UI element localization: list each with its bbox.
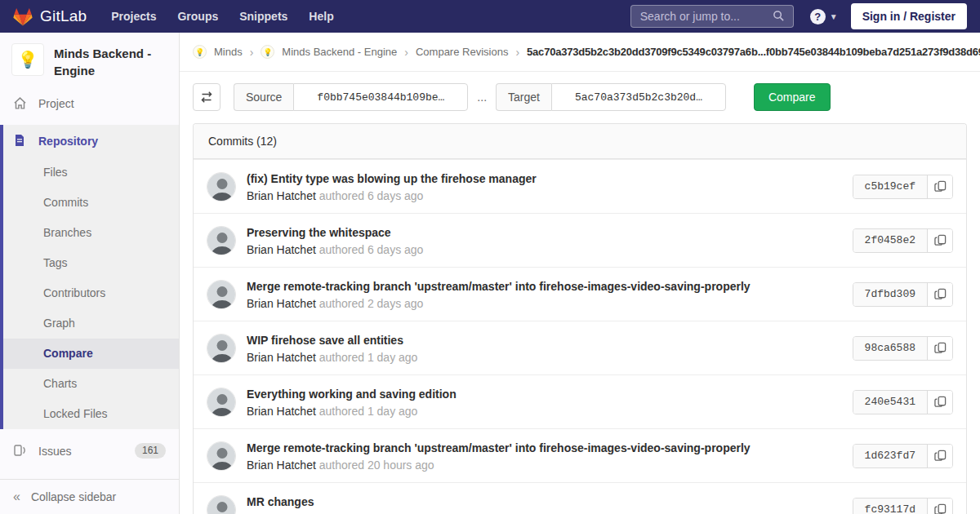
sidebar-item-commits[interactable]: Commits — [3, 188, 179, 218]
commit-sha-group: 240e5431 — [853, 390, 953, 414]
sidebar-item-files[interactable]: Files — [3, 157, 179, 188]
nav-link-help[interactable]: Help — [309, 10, 333, 23]
sidebar-item-tags[interactable]: Tags — [3, 248, 179, 278]
commit-author-link[interactable]: Brian Hatchet — [247, 189, 316, 202]
sidebar-item-contributors[interactable]: Contributors — [3, 278, 179, 308]
target-input-group: Target — [496, 83, 726, 111]
commit-meta: Brian Hatchet authored 6 days ago — [247, 189, 840, 202]
swap-revisions-button[interactable] — [193, 83, 220, 111]
user-avatar[interactable] — [207, 388, 236, 417]
copy-sha-button[interactable] — [928, 391, 952, 414]
commit-sha-group: 98ca6588 — [853, 336, 953, 361]
double-chevron-left-icon: « — [13, 491, 20, 503]
commit-row: Merge remote-tracking branch 'upstream/m… — [194, 428, 966, 482]
commit-author-link[interactable]: Brian Hatchet — [247, 459, 316, 472]
commit-authored-time: authored 1 day ago — [319, 351, 418, 364]
copy-sha-button[interactable] — [928, 337, 952, 360]
commit-title-link[interactable]: (fix) Entity type was blowing up the fir… — [247, 171, 840, 187]
target-revision-input[interactable] — [551, 83, 726, 111]
breadcrumb-separator: › — [250, 46, 254, 59]
commit-title-link[interactable]: WIP firehose save all entities — [247, 332, 840, 348]
breadcrumb-group-link[interactable]: Minds — [214, 46, 243, 58]
sidebar-item-charts[interactable]: Charts — [3, 369, 179, 399]
sign-in-register-button[interactable]: Sign in / Register — [851, 3, 967, 29]
copy-sha-button[interactable] — [928, 445, 952, 467]
project-avatar-small: 💡 — [261, 45, 274, 59]
commit-sha-link[interactable]: fc93117d — [853, 498, 928, 514]
commit-title-link[interactable]: Merge remote-tracking branch 'upstream/m… — [247, 278, 840, 295]
user-avatar[interactable] — [207, 334, 236, 363]
commit-sha-group: c5b19cef — [853, 175, 953, 199]
search-icon — [773, 10, 786, 23]
sidebar-item-branches[interactable]: Branches — [3, 218, 179, 248]
user-avatar[interactable] — [207, 280, 236, 309]
commit-title-link[interactable]: MR changes — [247, 494, 840, 510]
sidebar-item-locked-files[interactable]: Locked Files — [3, 399, 179, 429]
project-header[interactable]: 💡 Minds Backend - Engine — [0, 33, 179, 87]
breadcrumb-separator: › — [404, 46, 408, 59]
sidebar-item-graph[interactable]: Graph — [3, 308, 179, 339]
compare-revisions-form: Source ... Target Compare — [180, 72, 980, 123]
breadcrumb-current-range: 5ac70a373d5b2c3b20dd3709f9c5349c03797a6b… — [527, 46, 980, 58]
commit-meta: Brian Hatchet authored 1 day ago — [247, 351, 840, 364]
commit-sha-link[interactable]: 98ca6588 — [853, 337, 928, 360]
commit-author-link[interactable]: Brian Hatchet — [247, 405, 316, 418]
commit-sha-link[interactable]: 1d623fd7 — [853, 445, 928, 467]
nav-link-projects[interactable]: Projects — [111, 10, 156, 23]
compare-button[interactable]: Compare — [754, 83, 831, 111]
navbar-links: Projects Groups Snippets Help — [111, 10, 334, 23]
commit-sha-link[interactable]: 240e5431 — [853, 391, 928, 414]
copy-sha-button[interactable] — [928, 498, 952, 514]
target-label: Target — [496, 83, 551, 111]
home-icon — [13, 96, 28, 111]
commit-sha-link[interactable]: 2f0458e2 — [853, 229, 928, 252]
search-input[interactable] — [639, 9, 773, 24]
sidebar-item-compare[interactable]: Compare — [3, 339, 179, 369]
issues-icon — [13, 444, 28, 459]
user-avatar[interactable] — [207, 172, 236, 202]
source-revision-input[interactable] — [293, 83, 468, 111]
project-avatar: 💡 — [11, 43, 44, 76]
project-sidebar: 💡 Minds Backend - Engine Project Reposit… — [0, 33, 180, 514]
global-search[interactable] — [630, 5, 794, 28]
breadcrumb-separator: › — [515, 46, 519, 59]
commit-author-link[interactable]: Brian Hatchet — [247, 297, 316, 310]
commits-panel: Commits (12) (fix) Entity type was blowi… — [193, 123, 967, 514]
user-avatar[interactable] — [207, 495, 236, 514]
nav-link-snippets[interactable]: Snippets — [239, 10, 287, 23]
commit-title-link[interactable]: Merge remote-tracking branch 'upstream/m… — [247, 440, 840, 456]
range-ellipsis: ... — [477, 91, 487, 104]
commit-sha-group: 7dfbd309 — [853, 282, 953, 307]
gitlab-tanuki-icon — [13, 7, 33, 26]
user-avatar[interactable] — [207, 441, 236, 471]
commit-title-link[interactable]: Everything working and saving edition — [247, 386, 840, 402]
user-avatar[interactable] — [207, 226, 236, 255]
commit-sha-group: 1d623fd7 — [853, 444, 953, 468]
commit-sha-link[interactable]: 7dfbd309 — [853, 283, 928, 306]
copy-sha-button[interactable] — [928, 229, 952, 252]
breadcrumb-compare-revisions-link[interactable]: Compare Revisions — [416, 46, 508, 58]
commit-row: (fix) Entity type was blowing up the fir… — [194, 159, 966, 213]
breadcrumb-project-link[interactable]: Minds Backend - Engine — [282, 46, 397, 58]
commit-author-link[interactable]: Brian Hatchet — [247, 351, 316, 364]
commit-meta: Brian Hatchet authored 6 days ago — [247, 243, 840, 256]
issues-count-badge: 161 — [135, 443, 166, 459]
commit-row: Merge remote-tracking branch 'upstream/m… — [194, 267, 966, 321]
commit-author-link[interactable]: Brian Hatchet — [247, 243, 316, 256]
sidebar-item-issues[interactable]: Issues 161 — [0, 434, 179, 467]
collapse-sidebar-button[interactable]: « Collapse sidebar — [0, 479, 179, 514]
copy-sha-button[interactable] — [928, 283, 952, 306]
nav-link-groups[interactable]: Groups — [177, 10, 218, 23]
commit-title-link[interactable]: Preserving the whitespace — [247, 224, 840, 241]
help-menu[interactable]: ? ▼ — [810, 9, 838, 24]
commit-sha-link[interactable]: c5b19cef — [853, 175, 928, 198]
commit-authored-time: authored 6 days ago — [319, 243, 424, 256]
sidebar-item-repository[interactable]: Repository — [3, 125, 179, 157]
copy-sha-button[interactable] — [928, 175, 952, 198]
source-input-group: Source — [234, 83, 468, 111]
sidebar-item-project[interactable]: Project — [0, 87, 179, 120]
commit-meta: Brian Hatchet authored 1 day ago — [247, 405, 840, 418]
chevron-down-icon: ▼ — [830, 12, 838, 21]
commit-row: Everything working and saving edition Br… — [194, 374, 966, 428]
gitlab-brand[interactable]: GitLab — [13, 7, 87, 26]
